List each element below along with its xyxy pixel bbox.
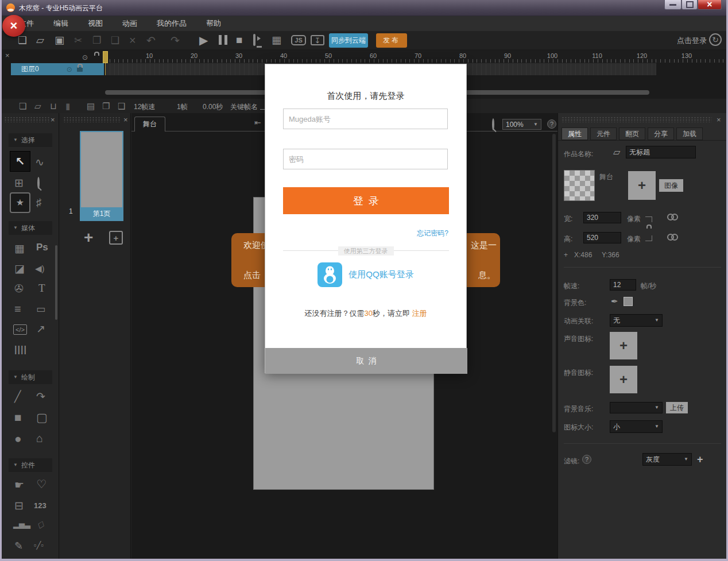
stage-bg-swatch[interactable] [564,170,595,201]
layer-folder-icon[interactable]: ▱ [34,102,41,110]
minimize-button[interactable] [664,0,681,10]
bg-color-swatch[interactable] [624,297,633,306]
work-folder-icon[interactable]: ▱ [613,148,620,157]
properties-close-icon[interactable]: × [717,116,721,123]
qq-login-row[interactable]: 使用QQ账号登录 [265,262,466,287]
qrcode-icon[interactable]: ▦ [272,35,281,45]
pages-panel-close-icon[interactable]: × [123,116,128,123]
tab-loading[interactable]: 加载 [676,127,703,140]
menu-item-animation[interactable]: 动画 [122,18,137,29]
like-heart-icon[interactable]: ♡ [36,478,47,490]
circle-tool-icon[interactable]: ● [14,432,22,444]
mask-tool[interactable]: ★ [10,192,30,213]
stage-image-add-button[interactable]: + [628,171,656,200]
duplicate-page-button[interactable]: + [109,231,123,245]
mute-icon-add-button[interactable]: + [610,366,637,393]
section-select-header[interactable]: ▼ 选择 [9,133,52,147]
curve-tool-icon[interactable]: ↷ [36,391,45,402]
tab-properties[interactable]: 属性 [562,127,588,140]
ranking-widget-icon[interactable]: ▂▅▃ [13,521,30,528]
tab-share[interactable]: 分享 [648,127,674,140]
js-export-icon[interactable]: JS [291,35,306,45]
photoshop-import-icon[interactable]: Ps [36,242,48,253]
icon-size-select[interactable]: 小 ▼ [610,420,663,433]
form-widget-icon[interactable]: ⊟ [14,500,24,511]
tools-panel-drag-strip[interactable] [4,117,50,122]
brush-widget-icon[interactable]: ✎ [14,541,23,551]
image-button[interactable]: 图像 [659,179,683,192]
layers-eye-icon[interactable]: ⊙ [82,53,88,61]
login-avatar-icon[interactable]: ↻ [709,33,722,46]
stage-tab[interactable]: 舞台 [134,117,165,131]
new-file-icon[interactable]: ❏ [18,35,27,45]
menu-item-my-works[interactable]: 我的作品 [157,18,187,29]
work-name-input[interactable] [626,146,696,158]
click-login-label[interactable]: 点击登录 [677,36,707,46]
tools-scrollbar[interactable] [55,245,57,320]
cancel-button[interactable]: 取消 [265,348,467,374]
barcode-tool-icon[interactable]: |||| [14,345,27,354]
keyframe-name-label[interactable]: 关键帧名 [230,102,258,112]
bg-music-select[interactable]: ▼ [610,402,663,413]
section-draw-header[interactable]: ▼ 绘制 [9,370,52,384]
register-link[interactable]: 注册 [412,309,427,318]
framerate-input[interactable]: 12 [610,279,636,291]
menu-item-edit[interactable]: 编辑 [53,18,68,29]
anim-link-select[interactable]: 无 ▼ [610,314,663,327]
add-filter-button[interactable]: + [697,454,703,466]
properties-drag-strip[interactable] [562,117,712,122]
select-tool[interactable]: ↖ [10,151,30,172]
paint-bucket-icon[interactable]: ✒ [611,297,618,305]
canvas-help-icon[interactable]: ? [547,119,556,129]
zoom-level-select[interactable]: 100% ▼ [502,119,541,130]
pages-panel-drag-strip[interactable] [63,117,121,122]
code-embed-icon[interactable]: </> [13,324,27,335]
forgot-password-link[interactable]: 忘记密码? [417,229,448,238]
close-button[interactable]: × [698,0,722,10]
height-input[interactable]: 520 [583,232,621,243]
interaction-hand-icon[interactable]: ☛ [14,479,24,490]
tools-panel-close-icon[interactable]: × [51,116,55,123]
audio-media-icon[interactable]: ◀) [35,264,45,273]
play-icon[interactable]: ▶ [199,34,208,46]
counter-widget-icon[interactable]: 123 [34,501,47,510]
timeline-close-icon[interactable]: × [5,52,10,59]
section-widgets-header[interactable]: ▼ 控件 [9,458,52,472]
tab-pageflip[interactable]: 翻页 [619,127,645,140]
insert-frame-icon[interactable]: ▤ [87,102,95,110]
stop-icon[interactable]: ■ [236,34,242,45]
zoom-tool-icon[interactable] [37,177,40,189]
save-icon[interactable]: ▣ [55,35,64,45]
board-tool-icon[interactable]: ▭ [36,304,45,314]
ticket-widget-icon[interactable]: ♢ [34,519,48,532]
open-folder-icon[interactable]: ▱ [36,35,44,45]
notification-close-badge[interactable]: × [2,15,25,37]
tab-components[interactable]: 元件 [590,127,617,140]
sync-to-cloud-button[interactable]: 同步到云端 [329,33,368,48]
delete-icon[interactable]: × [129,34,136,46]
publish-button[interactable]: 发布 [376,33,407,48]
layer-lock-icon[interactable] [77,67,83,72]
guides-tool-icon[interactable]: ♯ [36,197,42,208]
video-media-icon[interactable]: ✇ [14,283,24,294]
menu-item-view[interactable]: 视图 [88,18,103,29]
fit-width-icon[interactable]: ⇤ [254,118,261,126]
polygon-tool-icon[interactable]: ⌂ [36,432,43,444]
filter-help-icon[interactable]: ? [582,455,591,464]
copy-icon[interactable]: ❐ [92,36,101,45]
lasso-tool-icon[interactable]: ∿ [35,157,44,168]
cut-icon[interactable]: ✂ [74,36,82,45]
width-input[interactable]: 320 [583,212,621,223]
rounded-rect-tool-icon[interactable]: ▢ [36,411,48,423]
text-tool-icon[interactable]: T [38,282,45,295]
account-input[interactable] [283,109,448,129]
canvas-vscrollbar[interactable] [552,134,556,432]
package-export-icon[interactable]: ↧ [311,35,324,45]
delete-layer-icon[interactable]: ⊔ [50,102,57,110]
pause-icon[interactable] [219,35,227,45]
menu-item-help[interactable]: 帮助 [206,18,221,29]
redo-icon[interactable]: ↷ [171,35,180,46]
layer-eye-icon[interactable]: ⊙ [67,65,72,73]
preview-monitor-icon[interactable] [253,34,255,46]
components-grid-icon[interactable]: ▦ [14,243,25,254]
